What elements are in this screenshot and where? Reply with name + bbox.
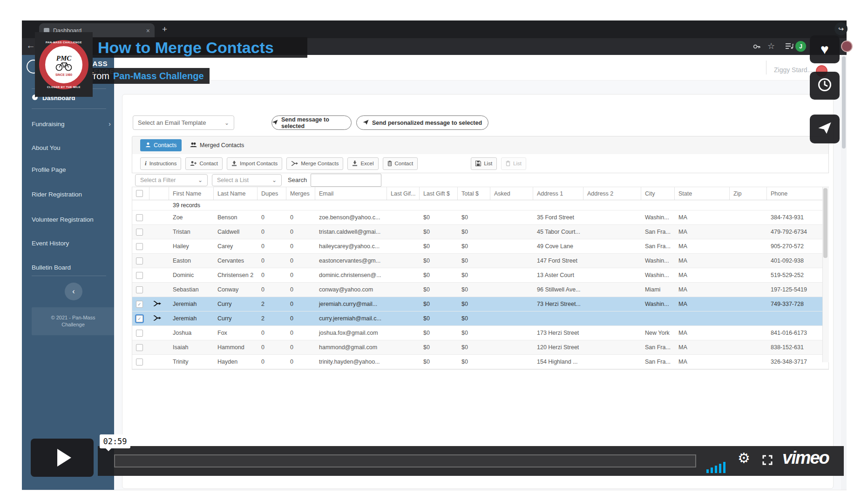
share-arrow-icon[interactable]: ↪ [834,22,848,35]
user-name[interactable]: Ziggy Stard... [774,66,813,74]
column-header[interactable]: First Name [169,187,214,200]
settings-gear-icon[interactable]: ⚙ [738,450,750,466]
person-icon [145,142,151,149]
cell-last: Conway [214,283,258,297]
import-contacts-button[interactable]: Import Contacts [227,157,282,170]
email-template-select[interactable]: Select an Email Template⌄ [133,115,234,130]
export-excel-button[interactable]: Excel [347,157,378,170]
checkbox-cell [132,225,149,239]
table-row[interactable]: ✓JeremiahCurry20jeremiah.curry@mail...$0… [132,297,828,311]
cell-address2 [583,254,641,268]
table-row[interactable]: ZoeBenson00zoe.benson@yahoo.c...$0$035 F… [132,210,828,225]
watch-later-button[interactable] [810,72,840,100]
column-header[interactable]: Email [315,187,387,200]
column-header[interactable]: Address 1 [533,187,583,200]
row-checkbox[interactable] [136,214,143,221]
browser-profile-avatar[interactable] [841,41,853,52]
column-header[interactable]: Merges [286,187,315,200]
progress-bar[interactable] [114,454,696,467]
column-header[interactable]: Address 2 [583,187,641,200]
video-author-link[interactable]: Pan-Mass Challenge [113,71,204,81]
video-title[interactable]: How to Merge Contacts [98,39,274,57]
back-arrow-icon[interactable]: ← [26,40,35,51]
cell-zip [730,326,767,340]
volume-control[interactable] [706,462,726,473]
sidebar-item-rider-registration[interactable]: Rider Registration [32,190,111,199]
table-row[interactable]: HaileyCarey00haileycarey@yahoo.c...$0$04… [132,239,828,254]
table-row[interactable]: IsaiahHammond00hammond@gmail.com$0$0120 … [132,340,828,355]
merge-contacts-button[interactable]: Merge Contacts [286,157,343,170]
play-button[interactable] [31,439,94,477]
column-header[interactable]: Dupes [258,187,286,200]
table-row[interactable]: TrinityHayden00trinity.hayden@yahoo...$0… [132,355,828,369]
row-checkbox[interactable] [136,257,143,264]
sidebar-item-bulletin-board[interactable]: Bulletin Board [32,263,111,272]
like-button[interactable]: ♥ [810,35,840,63]
tab-close-icon[interactable]: × [146,27,150,34]
tab-contacts[interactable]: Contacts [140,139,182,151]
fullscreen-icon[interactable] [762,454,773,467]
playlist-icon[interactable] [785,43,793,51]
page-scrollbar-thumb[interactable] [842,56,846,149]
column-header[interactable]: State [675,187,730,200]
table-scrollbar-thumb[interactable] [823,188,827,258]
sidebar-item-fundraising[interactable]: Fundraising › [32,119,111,129]
row-checkbox[interactable] [136,243,143,250]
column-header[interactable]: City [641,187,675,200]
row-checkbox[interactable]: ✓ [136,301,143,308]
merge-icon [153,300,161,308]
search-input[interactable] [311,174,381,187]
browser-avatar[interactable]: J [795,41,806,52]
table-row[interactable]: TristanCaldwell00tristan.caldwell@gmai..… [132,225,828,239]
table-row[interactable]: DominicChristensen 200dominic.christense… [132,268,828,283]
cell-asked [490,225,533,239]
column-header[interactable]: Phone [767,187,823,200]
column-header[interactable]: Total $ [458,187,490,200]
bookmark-star-icon[interactable]: ☆ [767,41,775,51]
key-icon[interactable] [753,42,761,53]
add-contact-button[interactable]: Contact [185,157,223,170]
table-row[interactable]: JoshuaFox00joshua.fox@gmail.com$0$0173 H… [132,326,828,340]
column-header[interactable]: Last Name [214,187,258,200]
sidebar-item-event-history[interactable]: Event History [32,238,111,248]
vimeo-logo[interactable]: vimeo [782,448,829,468]
share-button[interactable] [810,115,840,143]
sidebar-item-volunteer-registration[interactable]: Volunteer Registration [32,215,111,224]
tab-merged-contacts[interactable]: Merged Contacts [186,139,248,151]
list-select[interactable]: Select a List⌄ [212,174,282,186]
row-checkbox[interactable] [136,330,143,337]
cell-lastgif [387,355,420,369]
row-checkbox[interactable] [136,286,143,293]
delete-list-button[interactable]: List [501,157,526,170]
row-checkbox[interactable] [136,344,143,351]
filter-select[interactable]: Select a Filter⌄ [135,174,208,186]
select-all-checkbox[interactable] [136,190,143,197]
cell-email: jeremiah.curry@mail... [315,297,387,311]
volume-bar [706,469,709,473]
table-row[interactable]: EastonCervantes00eastoncervantes@gm...$0… [132,254,828,268]
cell-total: $0 [458,239,490,253]
sidebar-collapse-button[interactable]: ‹ [65,283,82,300]
row-checkbox[interactable] [136,272,143,279]
sidebar-item-about-you[interactable]: About You [32,143,111,152]
send-personalized-button[interactable]: Send personalized message to selected [356,115,488,130]
instructions-button[interactable]: i Instructions [140,157,181,170]
column-header[interactable]: Asked [490,187,533,200]
table-row[interactable]: ✓JeremiahCurry20curry.jeremiah@mail.c...… [132,311,828,326]
sidebar-item-profile-page[interactable]: Profile Page [32,165,111,174]
row-checkbox[interactable]: ✓ [136,315,143,322]
column-header[interactable]: Zip [730,187,767,200]
cell-lastgif [387,239,420,253]
send-message-button[interactable]: Send message to selected [271,115,352,130]
cell-total: $0 [458,210,490,224]
column-header[interactable]: Last Gif... [387,187,420,200]
save-list-button[interactable]: List [471,157,497,170]
row-checkbox[interactable] [136,359,143,366]
new-tab-button[interactable]: + [162,24,167,34]
row-checkbox[interactable] [136,229,143,236]
cell-phone: 841-016-6173 [767,326,823,340]
column-header[interactable]: Last Gift $ [420,187,458,200]
table-row[interactable]: SebastianConway00conway@yahoo.com$0$096 … [132,283,828,297]
delete-contact-button[interactable]: Contact [383,157,418,170]
cell-last_gift: $0 [420,210,458,224]
